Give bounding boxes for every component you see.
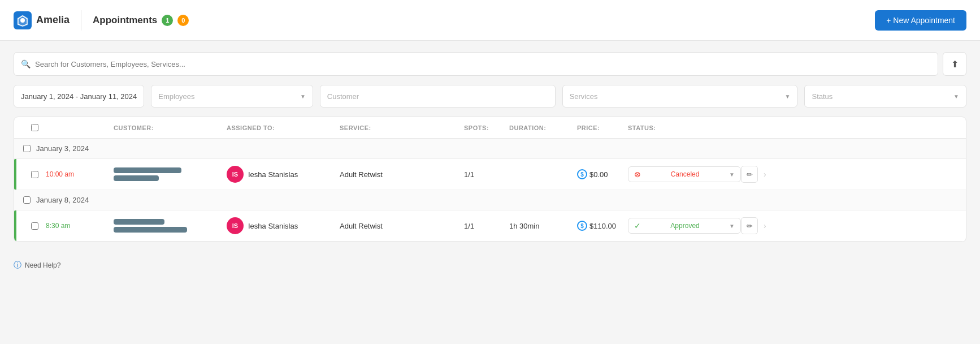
customer-info	[114, 167, 227, 181]
avatar: IS	[227, 217, 244, 234]
footer: ⓘ Need Help?	[0, 253, 980, 277]
price-value: $110.00	[589, 222, 616, 230]
header-divider	[81, 10, 81, 31]
expand-row-button[interactable]: ›	[764, 170, 775, 179]
appointment-time: 10:00 am	[46, 170, 114, 178]
amelia-logo-icon	[14, 11, 32, 29]
export-button[interactable]: ⬆	[943, 52, 966, 76]
date-range-value: January 1, 2024 - January 11, 2024	[21, 92, 137, 101]
help-label[interactable]: Need Help?	[25, 261, 60, 269]
spots-header: SPOTS:	[464, 124, 509, 131]
status-header: STATUS:	[628, 124, 741, 131]
expand-row-button[interactable]: ›	[764, 221, 775, 230]
row-checkbox[interactable]	[31, 171, 38, 178]
edit-button[interactable]: ✏	[741, 166, 758, 183]
group-date-jan8: January 8, 2024	[36, 196, 89, 204]
search-row: 🔍 ⬆	[14, 52, 966, 76]
avatar: IS	[227, 166, 244, 183]
customer-bar-1	[114, 219, 164, 225]
search-box: 🔍	[14, 52, 938, 76]
status-cell: ⊗ Canceled ▼	[628, 166, 741, 182]
row-checkbox-cell	[23, 222, 46, 230]
main-content: 🔍 ⬆ January 1, 2024 - January 11, 2024 E…	[0, 41, 980, 253]
group-header-jan3: January 3, 2024	[14, 139, 966, 159]
employees-filter[interactable]: Employees ▼	[151, 85, 313, 108]
assigned-header: ASSIGNED TO:	[227, 124, 340, 131]
status-chevron-icon: ▼	[729, 223, 735, 229]
service-name: Adult Retwist	[340, 222, 464, 230]
price-cell: $ $110.00	[577, 221, 628, 231]
page-title: Appointments	[93, 15, 157, 26]
price-icon: $	[577, 221, 587, 231]
header-checkbox-cell	[23, 124, 46, 131]
badge-count-2: 0	[177, 15, 189, 26]
top-bar: Amelia Appointments 1 0 + New Appointmen…	[0, 0, 980, 41]
group-checkbox-jan3[interactable]	[23, 145, 31, 152]
row-checkbox[interactable]	[31, 222, 38, 230]
export-icon: ⬆	[951, 59, 959, 70]
status-placeholder: Status	[812, 92, 832, 101]
canceled-icon: ⊗	[634, 170, 641, 179]
price-header: PRICE:	[577, 124, 628, 131]
row-checkbox-cell	[23, 171, 46, 178]
customer-placeholder: Customer	[327, 92, 359, 101]
service-name: Adult Retwist	[340, 170, 464, 179]
spots-value: 1/1	[464, 222, 509, 230]
table-header: CUSTOMER: ASSIGNED TO: SERVICE: SPOTS: D…	[14, 117, 966, 139]
status-badge-canceled[interactable]: ⊗ Canceled ▼	[628, 166, 741, 182]
search-icon: 🔍	[21, 59, 31, 68]
search-input[interactable]	[35, 60, 931, 68]
price-cell: $ $0.00	[577, 169, 628, 179]
status-chevron-icon: ▼	[729, 171, 735, 178]
employees-chevron-icon: ▼	[300, 93, 306, 100]
customer-info	[114, 219, 227, 233]
status-filter[interactable]: Status ▼	[804, 85, 966, 108]
group-header-jan8: January 8, 2024	[14, 190, 966, 210]
status-chevron-icon: ▼	[953, 93, 959, 100]
table-row: 8:30 am IS Iesha Stanislas Adult Retwist…	[14, 210, 966, 242]
row-accent-canceled	[14, 159, 16, 190]
page-title-area: Appointments 1 0	[93, 15, 189, 26]
edit-cell: ✏	[741, 217, 764, 234]
status-badge-approved[interactable]: ✓ Approved ▼	[628, 218, 741, 234]
status-cell: ✓ Approved ▼	[628, 218, 741, 234]
spots-value: 1/1	[464, 170, 509, 179]
services-filter[interactable]: Services ▼	[562, 85, 798, 108]
assigned-name: Iesha Stanislas	[248, 222, 298, 230]
assigned-to-cell: IS Iesha Stanislas	[227, 166, 340, 183]
select-all-checkbox[interactable]	[31, 124, 38, 131]
customer-bar-2	[114, 175, 159, 181]
price-icon: $	[577, 169, 587, 179]
group-date-jan3: January 3, 2024	[36, 144, 89, 153]
services-placeholder: Services	[570, 92, 598, 101]
date-range-filter[interactable]: January 1, 2024 - January 11, 2024	[14, 85, 144, 108]
row-accent-approved	[14, 210, 16, 241]
employees-placeholder: Employees	[158, 92, 194, 101]
customer-header: CUSTOMER:	[114, 124, 227, 131]
services-chevron-icon: ▼	[785, 93, 791, 100]
customer-filter[interactable]: Customer	[320, 85, 556, 108]
service-header: SERVICE:	[340, 124, 464, 131]
table-row: 10:00 am IS Iesha Stanislas Adult Retwis…	[14, 159, 966, 190]
help-icon: ⓘ	[14, 260, 21, 270]
price-value: $0.00	[589, 170, 608, 179]
duration-header: DURATION:	[509, 124, 577, 131]
appointments-table: CUSTOMER: ASSIGNED TO: SERVICE: SPOTS: D…	[14, 117, 966, 242]
filters-row: January 1, 2024 - January 11, 2024 Emplo…	[14, 85, 966, 108]
approved-icon: ✓	[634, 221, 641, 230]
customer-bar-2	[114, 227, 187, 233]
badge-count-1: 1	[162, 15, 173, 26]
status-label-canceled: Canceled	[671, 170, 700, 178]
group-checkbox-jan8[interactable]	[23, 196, 31, 204]
logo-text: Amelia	[36, 14, 70, 26]
svg-point-3	[20, 18, 25, 23]
assigned-name: Iesha Stanislas	[248, 170, 298, 179]
new-appointment-label: + New Appointment	[886, 16, 955, 25]
logo-area: Amelia	[14, 11, 70, 29]
edit-button[interactable]: ✏	[741, 217, 758, 234]
assigned-to-cell: IS Iesha Stanislas	[227, 217, 340, 234]
edit-cell: ✏	[741, 166, 764, 183]
customer-bar-1	[114, 167, 181, 173]
new-appointment-button[interactable]: + New Appointment	[875, 10, 966, 31]
duration-value: 1h 30min	[509, 222, 577, 230]
